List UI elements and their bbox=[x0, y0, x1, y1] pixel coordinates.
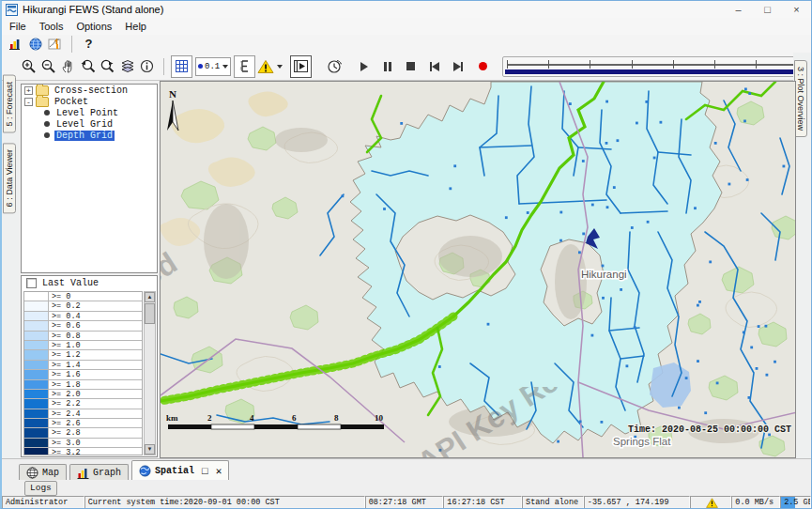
stop-button[interactable] bbox=[401, 56, 421, 77]
main-toolbar: ? bbox=[2, 35, 811, 53]
play-button[interactable] bbox=[354, 56, 374, 77]
logs-button[interactable]: Logs bbox=[24, 481, 57, 496]
tree-leaf-label[interactable]: Level Point bbox=[54, 108, 120, 118]
movie-player-icon[interactable] bbox=[290, 55, 312, 78]
tree-leaf-label[interactable]: Level Grid bbox=[54, 119, 115, 130]
time-slider[interactable] bbox=[502, 56, 803, 77]
minimize-button[interactable]: – bbox=[724, 2, 753, 18]
record-button[interactable] bbox=[473, 56, 493, 77]
toolbar-separator bbox=[163, 58, 164, 75]
legend-swatch bbox=[24, 350, 49, 359]
filter-tree[interactable]: + Cross-section - Pocket Level Point Lev… bbox=[21, 84, 158, 273]
maximize-button[interactable]: □ bbox=[753, 2, 782, 18]
legend-row[interactable]: >= 2.2 bbox=[24, 399, 142, 409]
legend-label: >= 1.2 bbox=[49, 350, 142, 359]
tree-node-label[interactable]: Pocket bbox=[53, 97, 90, 107]
tab-forecast[interactable]: 5 : Forecast bbox=[3, 75, 16, 133]
legend-row[interactable]: >= 1.2 bbox=[24, 350, 142, 360]
legend-label: >= 0.2 bbox=[49, 301, 142, 310]
tree-node-label[interactable]: Cross-section bbox=[53, 85, 130, 96]
menu-options[interactable]: Options bbox=[76, 21, 112, 32]
map-view[interactable]: API Key Required API Key Required Hikura… bbox=[160, 81, 796, 458]
legend-row[interactable]: >= 1.4 bbox=[24, 361, 142, 370]
status-warning-cell[interactable] bbox=[690, 496, 731, 509]
svg-text:6: 6 bbox=[292, 413, 297, 423]
layers-icon[interactable] bbox=[117, 56, 137, 77]
legend-row[interactable]: >= 2.4 bbox=[24, 409, 142, 419]
maximize-tab-icon[interactable]: □ bbox=[202, 466, 208, 477]
tab-plot-overview[interactable]: 3 : Plot Overview bbox=[794, 60, 807, 137]
tree-node-pocket[interactable]: - Pocket bbox=[22, 96, 157, 107]
scroll-up-icon[interactable]: ▲ bbox=[145, 292, 155, 302]
legend-row[interactable]: >= 0.4 bbox=[24, 312, 142, 321]
expand-icon[interactable]: + bbox=[24, 86, 33, 95]
skip-to-start-button[interactable] bbox=[424, 56, 444, 77]
tree-leaf-level-point[interactable]: Level Point bbox=[22, 107, 157, 118]
menu-tools[interactable]: Tools bbox=[39, 21, 64, 32]
legend-row[interactable]: >= 0 bbox=[24, 292, 142, 301]
zoom-out-icon[interactable] bbox=[38, 56, 58, 77]
legend-row[interactable]: >= 2.6 bbox=[24, 419, 142, 428]
explorer-chart-icon[interactable] bbox=[6, 34, 25, 54]
tree-leaf-level-grid[interactable]: Level Grid bbox=[22, 118, 157, 130]
close-button[interactable]: × bbox=[782, 2, 811, 18]
legend-row[interactable]: >= 2.0 bbox=[24, 390, 142, 399]
menu-help[interactable]: Help bbox=[125, 21, 146, 32]
blue-globe-icon bbox=[139, 465, 151, 477]
legend-row[interactable]: >= 1.8 bbox=[24, 380, 142, 390]
menu-file[interactable]: File bbox=[9, 21, 26, 32]
profile-display-icon[interactable] bbox=[45, 34, 65, 54]
place-label-hikurangi: Hikurangi bbox=[581, 269, 627, 280]
contour-threshold-dropdown[interactable]: 0.1 bbox=[195, 57, 231, 76]
spatial-globe-icon[interactable] bbox=[25, 34, 45, 54]
zoom-in-icon[interactable] bbox=[19, 56, 38, 77]
legend-row[interactable]: >= 0.2 bbox=[24, 301, 142, 311]
legend-label: >= 3.0 bbox=[49, 439, 142, 447]
info-icon[interactable] bbox=[137, 56, 157, 77]
thresholds-warning-dropdown[interactable] bbox=[257, 59, 283, 74]
legend-row[interactable]: >= 3.0 bbox=[24, 439, 142, 448]
zoom-next-icon[interactable] bbox=[98, 56, 117, 77]
status-download-speed: 0.0 MB/s bbox=[731, 496, 780, 509]
status-gmt-time: 08:27:18 GMT bbox=[365, 496, 444, 509]
legend-swatch bbox=[24, 370, 49, 378]
tab-data-viewer[interactable]: 6 : Data Viewer bbox=[3, 143, 16, 213]
legend-scrollbar[interactable]: ▲ ▼ bbox=[144, 291, 156, 455]
set-time-icon[interactable] bbox=[325, 56, 345, 77]
tree-leaf-label-selected[interactable]: Depth Grid bbox=[54, 131, 115, 141]
time-slider-range[interactable] bbox=[505, 69, 800, 74]
collapse-icon[interactable]: - bbox=[24, 98, 33, 106]
skip-to-end-button[interactable] bbox=[448, 56, 467, 77]
pan-hand-icon[interactable] bbox=[58, 56, 78, 77]
pause-button[interactable] bbox=[377, 56, 397, 77]
legend-swatch bbox=[24, 321, 49, 330]
tree-leaf-depth-grid[interactable]: Depth Grid bbox=[22, 130, 157, 141]
legend-label: >= 0.4 bbox=[49, 312, 142, 320]
scrollbar-thumb[interactable] bbox=[145, 303, 155, 324]
tab-map[interactable]: Map bbox=[19, 464, 67, 481]
title-bar[interactable]: Hikurangi FEWS (Stand alone) – □ × bbox=[2, 1, 811, 18]
legend-row[interactable]: >= 1.0 bbox=[24, 341, 142, 350]
map-canvas[interactable]: API Key Required API Key Required Hikura… bbox=[161, 82, 796, 458]
grid-display-icon[interactable] bbox=[171, 55, 192, 78]
last-value-checkbox[interactable] bbox=[26, 278, 37, 288]
last-value-row[interactable]: Last Value bbox=[22, 276, 157, 289]
legend-row[interactable]: >= 3.2 bbox=[24, 448, 142, 455]
legend-label: >= 0.8 bbox=[49, 332, 142, 340]
legend-row[interactable]: >= 1.6 bbox=[24, 370, 142, 379]
legend-label: >= 0 bbox=[49, 292, 142, 301]
longitudinal-profile-icon[interactable] bbox=[234, 55, 255, 78]
legend-row[interactable]: >= 0.6 bbox=[24, 321, 142, 331]
help-icon[interactable]: ? bbox=[79, 34, 99, 54]
legend-row[interactable]: >= 0.8 bbox=[24, 332, 142, 341]
status-local-time: 16:27:18 CST bbox=[443, 496, 522, 509]
tab-spatial[interactable]: Spatial □ ✕ bbox=[131, 460, 229, 481]
scroll-down-icon[interactable]: ▼ bbox=[145, 444, 155, 455]
tab-graph[interactable]: Graph bbox=[69, 464, 129, 481]
status-mode: Stand alone bbox=[522, 496, 584, 509]
close-tab-icon[interactable]: ✕ bbox=[216, 465, 222, 477]
legend-row[interactable]: >= 2.8 bbox=[24, 428, 142, 438]
last-value-label: Last Value bbox=[42, 278, 99, 288]
status-bar: Administrator Current system time:2020-0… bbox=[2, 496, 811, 509]
zoom-previous-icon[interactable] bbox=[78, 56, 98, 77]
